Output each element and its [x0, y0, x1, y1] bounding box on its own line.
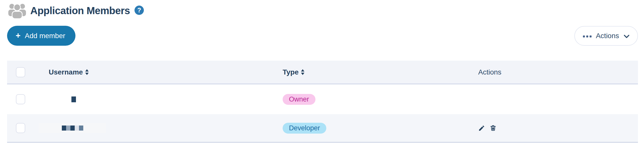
toolbar: + Add member Actions	[7, 26, 638, 46]
redacted-username	[71, 96, 76, 102]
row-checkbox[interactable]	[16, 94, 25, 104]
column-header-type[interactable]: Type	[283, 68, 299, 76]
table-header-row: Username Type Actions	[7, 61, 638, 84]
add-member-button[interactable]: + Add member	[7, 26, 75, 46]
actions-menu-button[interactable]: Actions	[574, 26, 638, 46]
add-member-label: Add member	[25, 32, 65, 40]
help-icon-glyph: ?	[137, 7, 141, 14]
members-table: Username Type Actions	[7, 61, 638, 143]
type-badge-owner: Owner	[283, 94, 315, 105]
column-header-username[interactable]: Username	[49, 68, 83, 76]
ellipsis-icon	[583, 35, 592, 38]
type-badge-developer: Developer	[283, 123, 326, 134]
help-icon[interactable]: ?	[135, 6, 144, 15]
select-all-checkbox[interactable]	[16, 67, 25, 77]
edit-pencil-icon[interactable]	[478, 125, 485, 132]
chevron-down-icon	[623, 32, 630, 40]
application-members-page: Application Members ? + Add member Actio…	[0, 0, 644, 149]
delete-trash-icon[interactable]	[490, 125, 496, 132]
sort-icon-username[interactable]	[85, 69, 89, 75]
redacted-username	[62, 126, 83, 131]
table-row: Developer	[7, 114, 638, 143]
plus-icon: +	[16, 31, 20, 40]
actions-menu-label: Actions	[596, 32, 619, 40]
sort-icon-type[interactable]	[301, 69, 305, 75]
page-title: Application Members	[30, 5, 130, 16]
row-checkbox[interactable]	[16, 123, 25, 133]
page-header: Application Members ?	[7, 3, 638, 19]
redacted-username-band	[39, 123, 106, 133]
users-group-icon	[8, 3, 26, 19]
column-header-actions: Actions	[478, 68, 501, 76]
table-row: Owner	[7, 84, 638, 114]
row-actions	[478, 125, 496, 132]
